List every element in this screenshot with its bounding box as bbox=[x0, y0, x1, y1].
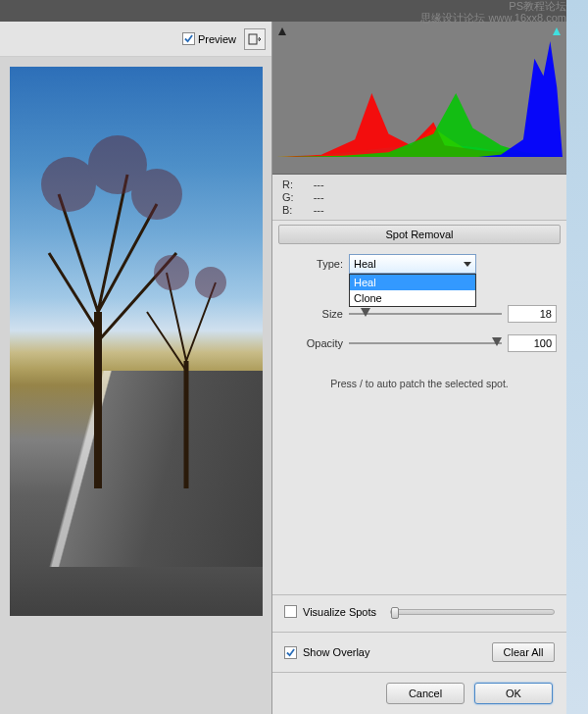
bottom-controls: Visualize Spots bbox=[272, 594, 566, 628]
adjustments-panel: R: G: B: --- --- --- Spot Removal Type: … bbox=[272, 22, 566, 714]
overlay-checkbox[interactable] bbox=[284, 646, 297, 659]
hint-text: Press / to auto patch the selected spot. bbox=[272, 362, 566, 405]
preview-panel: Preview bbox=[0, 22, 272, 714]
rgb-readout: R: G: B: --- --- --- bbox=[272, 175, 566, 221]
opacity-label: Opacity bbox=[282, 337, 343, 349]
preview-toolbar: Preview bbox=[0, 22, 271, 57]
overlay-label: Show Overlay bbox=[303, 646, 369, 658]
chevron-down-icon bbox=[464, 262, 471, 267]
type-selected-value: Heal bbox=[354, 258, 376, 270]
clear-all-button[interactable]: Clear All bbox=[492, 642, 555, 662]
preview-checkbox-row[interactable]: Preview bbox=[182, 32, 236, 45]
type-option-heal[interactable]: Heal bbox=[350, 275, 475, 290]
watermark-text: PS教程论坛 思缘设计论坛 www.16xx8.com bbox=[420, 0, 566, 24]
shadow-clip-icon[interactable] bbox=[276, 26, 288, 37]
highlight-clip-icon[interactable] bbox=[551, 26, 563, 37]
image-preview-area[interactable] bbox=[0, 57, 271, 714]
opacity-row: Opacity bbox=[272, 332, 566, 362]
photo-preview bbox=[10, 67, 263, 616]
type-option-clone[interactable]: Clone bbox=[350, 290, 475, 306]
visualize-slider[interactable] bbox=[390, 609, 555, 615]
size-label: Size bbox=[282, 308, 343, 320]
type-row: Type: Heal Heal Clone bbox=[272, 252, 566, 276]
size-row: Size bbox=[272, 303, 566, 332]
histogram-area bbox=[272, 22, 566, 175]
cancel-button[interactable]: Cancel bbox=[386, 683, 465, 704]
overlay-section: Show Overlay Clear All bbox=[272, 632, 566, 672]
type-dropdown[interactable]: Heal Heal Clone bbox=[349, 254, 476, 274]
opacity-input[interactable] bbox=[508, 334, 557, 352]
visualize-checkbox[interactable] bbox=[284, 605, 297, 618]
dialog-window: Preview bbox=[0, 22, 566, 714]
visualize-label: Visualize Spots bbox=[303, 606, 376, 618]
svg-point-4 bbox=[154, 255, 189, 290]
svg-point-1 bbox=[41, 157, 96, 212]
preview-label: Preview bbox=[198, 33, 236, 45]
ok-button[interactable]: OK bbox=[474, 683, 553, 704]
dialog-button-row: Cancel OK bbox=[272, 672, 566, 714]
panel-title[interactable]: Spot Removal bbox=[278, 225, 561, 244]
size-input[interactable] bbox=[508, 305, 557, 323]
size-slider[interactable] bbox=[349, 307, 502, 321]
svg-rect-0 bbox=[249, 34, 257, 44]
type-dropdown-list: Heal Clone bbox=[349, 274, 476, 307]
rgb-histogram[interactable] bbox=[276, 41, 563, 157]
toggle-view-icon[interactable] bbox=[244, 28, 266, 50]
opacity-slider[interactable] bbox=[349, 336, 502, 350]
svg-point-3 bbox=[131, 169, 182, 220]
preview-checkbox[interactable] bbox=[182, 32, 195, 45]
type-label: Type: bbox=[282, 258, 343, 270]
svg-point-5 bbox=[195, 267, 226, 298]
